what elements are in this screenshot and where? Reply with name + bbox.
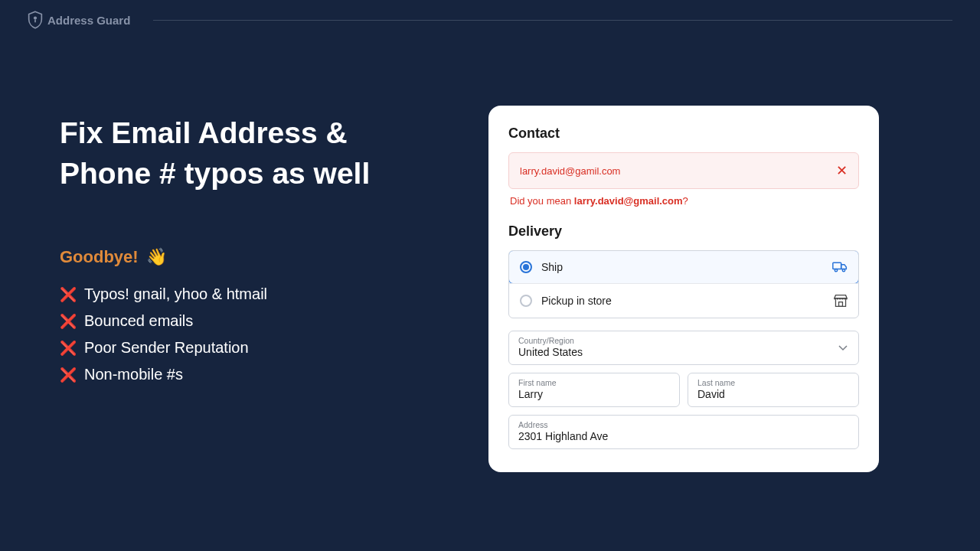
brand-logo: Address Guard: [28, 11, 130, 29]
email-suggestion[interactable]: Did you mean larry.david@gmail.com?: [508, 195, 859, 207]
truck-icon: [832, 261, 848, 273]
store-icon: [834, 294, 848, 308]
svg-point-0: [34, 16, 37, 19]
headline: Fix Email Address & Phone # typos as wel…: [60, 113, 443, 194]
wave-emoji: 👋: [146, 247, 167, 267]
checkout-form-card: Contact larry.david@gamil.com ✕ Did you …: [488, 106, 879, 472]
bullet-item: ❌ Non-mobile #s: [60, 366, 443, 383]
contact-section-title: Contact: [508, 126, 859, 142]
bullet-list: ❌ Typos! gnail, yhoo & htmail ❌ Bounced …: [60, 285, 443, 383]
bullet-item: ❌ Bounced emails: [60, 312, 443, 330]
delivery-option-ship[interactable]: Ship: [508, 250, 859, 284]
header: Address Guard: [0, 0, 980, 29]
radio-unchecked-icon: [520, 295, 532, 307]
close-icon[interactable]: ✕: [836, 162, 848, 179]
address-field[interactable]: Address 2301 Highland Ave: [508, 415, 859, 449]
svg-rect-4: [839, 302, 843, 307]
cross-mark-icon: ❌: [60, 288, 77, 302]
delivery-options: Ship Pickup in store: [508, 250, 859, 318]
svg-point-3: [842, 269, 844, 272]
goodbye-label: Goodbye! 👋: [60, 247, 443, 267]
country-select[interactable]: Country/Region United States: [508, 331, 859, 365]
chevron-down-icon: [838, 345, 848, 351]
delivery-option-pickup[interactable]: Pickup in store: [509, 283, 858, 318]
radio-checked-icon: [520, 261, 532, 273]
cross-mark-icon: ❌: [60, 315, 77, 328]
cross-mark-icon: ❌: [60, 368, 77, 382]
email-input-error[interactable]: larry.david@gamil.com ✕: [508, 152, 859, 189]
last-name-field[interactable]: Last name David: [688, 373, 859, 407]
brand-name: Address Guard: [47, 14, 130, 27]
svg-point-2: [835, 269, 837, 272]
header-divider: [153, 20, 952, 21]
delivery-section-title: Delivery: [508, 223, 859, 240]
bullet-item: ❌ Poor Sender Reputation: [60, 339, 443, 357]
email-value: larry.david@gamil.com: [520, 165, 620, 177]
svg-rect-1: [833, 262, 841, 269]
first-name-field[interactable]: First name Larry: [508, 373, 680, 407]
bullet-item: ❌ Typos! gnail, yhoo & htmail: [60, 285, 443, 303]
cross-mark-icon: ❌: [60, 341, 77, 355]
shield-icon: [28, 11, 43, 29]
